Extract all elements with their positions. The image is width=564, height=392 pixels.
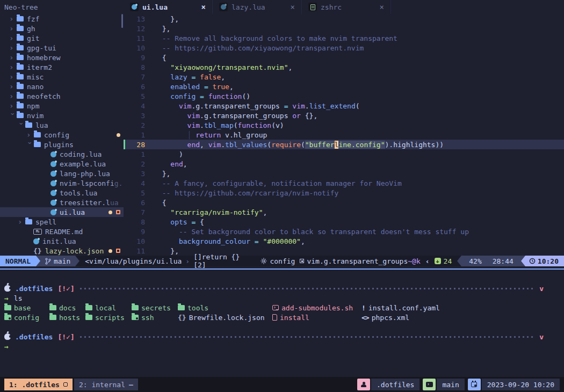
tree-item-readme-md[interactable]: M↓README.md	[0, 227, 124, 236]
close-icon[interactable]: ×	[380, 3, 384, 11]
code-token: vim	[292, 102, 305, 110]
json-icon: {}	[33, 247, 42, 255]
tree-item-npm[interactable]: ›npm	[0, 101, 124, 111]
tree-item-label: fzf	[27, 15, 39, 23]
code-token: (	[267, 141, 271, 149]
chevron-right-icon[interactable]: ›	[26, 131, 34, 139]
code-token: or	[292, 112, 301, 120]
tab-ui-lua[interactable]: ui.lua×	[124, 0, 213, 14]
chevron-right-icon[interactable]: ›	[9, 63, 17, 71]
tree-item-tools-lua[interactable]: tools.lua	[0, 188, 124, 198]
tree-item-gpg-tui[interactable]: ›gpg-tui	[0, 43, 124, 53]
tree-item-init-lua[interactable]: init.lua	[0, 236, 124, 246]
tree-item-label: plugins	[44, 141, 74, 149]
code-line-text: opts = {	[154, 218, 204, 226]
empty-command-line[interactable]: →	[4, 342, 560, 351]
tree-item-label: config	[44, 131, 69, 139]
code-line: 3 vim.g.transparent_groups or {},	[124, 111, 564, 120]
code-line: 8 "xiyaowong/transparent.nvim",	[124, 62, 564, 72]
chevron-right-icon[interactable]: ›	[9, 83, 17, 90]
close-icon[interactable]: ×	[291, 3, 295, 11]
code-token: },	[154, 25, 170, 33]
code-token: require	[271, 141, 301, 149]
code-token: },	[154, 15, 179, 23]
chevron-right-icon[interactable]: ›	[9, 25, 17, 32]
tab-lazy-lua[interactable]: lazy.lua×	[213, 0, 302, 14]
tree-item-misc[interactable]: ›misc	[0, 72, 124, 82]
tmux-segment-label: main	[437, 379, 464, 390]
tree-item-nvim-lspconfi[interactable]: nvim-lspconfig.	[0, 178, 124, 188]
tree-item-treesitter-l[interactable]: treesitter.lua	[0, 198, 124, 207]
chevron-right-icon[interactable]: ›	[9, 15, 17, 23]
tmux-window-label: 2: internal	[79, 381, 125, 389]
code-token: .	[200, 121, 204, 129]
terminal-pane[interactable]: .dotfiles [!✓] v → ls basedocslocalsecre…	[0, 270, 564, 377]
tree-item-iterm2[interactable]: ›iterm2	[0, 62, 124, 72]
tree-item-neofetch[interactable]: ›neofetch	[0, 91, 124, 101]
chevron-right-icon[interactable]: ›	[9, 92, 17, 100]
chevron-down-icon[interactable]: ›	[18, 121, 25, 129]
chevron-right-icon[interactable]: ›	[18, 218, 25, 226]
tree-item-gh[interactable]: ›gh	[0, 24, 124, 33]
ls-entry-secrets: secrets	[132, 304, 178, 312]
tree-item-coding-lua[interactable]: coding.lua	[0, 149, 124, 159]
chevron-right-icon[interactable]: ›	[9, 44, 17, 52]
code-line: 6 {	[124, 198, 564, 207]
tab-zshrc[interactable]: zshrc×	[302, 0, 391, 14]
code-token: =	[250, 237, 263, 245]
tree-item-homebrew[interactable]: ›homebrew	[0, 53, 124, 62]
code-line-text: -- Set background color to black so tran…	[154, 228, 469, 236]
sign-column	[124, 246, 129, 256]
lua-icon	[33, 238, 39, 244]
chevron-down-icon[interactable]: ›	[9, 112, 17, 119]
tree-item-config[interactable]: ›config	[0, 130, 124, 140]
calendar-icon	[468, 379, 481, 390]
sign-column	[124, 14, 129, 24]
scroll-percent: 42%	[469, 257, 481, 265]
tree-item-plugins[interactable]: ›plugins	[0, 140, 124, 149]
code-token: ,	[288, 63, 292, 71]
code-token: function	[238, 121, 272, 129]
tree-item-fzf[interactable]: ›fzf	[0, 14, 124, 24]
ls-entry-scripts: scripts	[85, 314, 132, 322]
editor[interactable]: ui.lua×lazy.lua×zshrc× 13 },12 },11 -- R…	[124, 0, 564, 256]
tmux-window-2-internal[interactable]: 2: internal–	[74, 379, 138, 390]
code-line: 9 {	[124, 53, 564, 62]
prompt-corner: v	[539, 285, 544, 293]
tree-item-example-lua[interactable]: example.lua	[0, 159, 124, 169]
line-number: 3	[129, 112, 145, 120]
code-token: end	[154, 141, 200, 149]
chevron-right-icon[interactable]: ›	[9, 34, 17, 42]
tree-item-lazy-lock-json[interactable]: {}lazy-lock.json	[0, 246, 124, 256]
tree-item-label-dim: g.	[114, 179, 123, 187]
code-token: "xiyaowong/transparent.nvim"	[154, 63, 288, 71]
chevron-down-icon[interactable]: ›	[26, 141, 34, 148]
tree-item-ui-lua[interactable]: ui.lua	[0, 207, 124, 217]
code-token: =	[196, 92, 208, 100]
ls-entry-add-submodules-sh: ›_add-submodules.sh	[272, 304, 361, 312]
close-icon[interactable]: ×	[201, 3, 206, 11]
tree-item-spell[interactable]: ›spell	[0, 217, 124, 227]
code-token: enabled	[154, 83, 200, 91]
neo-tree-scrollbar[interactable]	[121, 14, 123, 28]
tree-item-nvim[interactable]: ›nvim	[0, 111, 124, 120]
chevron-right-icon[interactable]: ›	[9, 54, 17, 61]
tmux-window-1-dotfiles[interactable]: 1: .dotfiles	[4, 379, 73, 390]
code-token: tbl_values	[225, 141, 267, 149]
modified-dot-icon	[109, 249, 112, 253]
branch-name: main	[54, 257, 70, 265]
code-token: config	[154, 92, 196, 100]
tree-item-lua[interactable]: ›lua	[0, 120, 124, 130]
tree-item-nano[interactable]: ›nano	[0, 82, 124, 91]
folder-icon	[17, 55, 24, 60]
chevron-right-icon[interactable]: ›	[9, 73, 17, 81]
code-token: =	[187, 73, 200, 81]
code-token: ,	[301, 237, 305, 245]
chevron-right-icon[interactable]: ›	[9, 102, 17, 110]
sign-column	[124, 120, 129, 130]
code-line-text: end,	[154, 160, 187, 168]
separator	[75, 256, 79, 266]
line-number: 9	[129, 228, 145, 236]
tree-item-lang-php-lua[interactable]: lang-php.lua	[0, 169, 124, 178]
tree-item-git[interactable]: ›git	[0, 33, 124, 43]
